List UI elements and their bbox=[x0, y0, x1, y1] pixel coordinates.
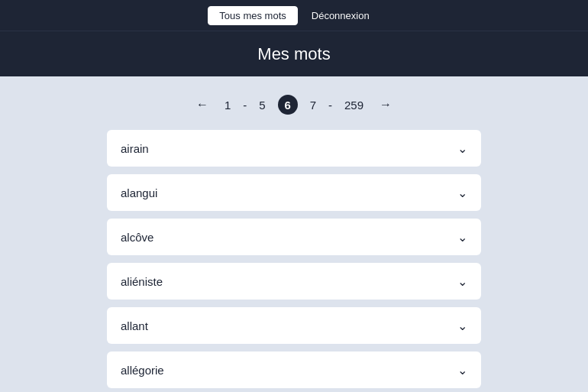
tous-mes-mots-button[interactable]: Tous mes mots bbox=[208, 6, 297, 25]
prev-page-button[interactable]: ← bbox=[192, 95, 212, 115]
page-7[interactable]: 7 bbox=[305, 97, 321, 113]
word-label: airain bbox=[121, 142, 149, 155]
word-item-alieniste[interactable]: aliéniste ⌄ bbox=[107, 263, 481, 300]
main-content: ← 1 - 5 6 7 - 259 → airain ⌄ alangui ⌄ a… bbox=[0, 76, 588, 392]
page-259[interactable]: 259 bbox=[340, 97, 368, 113]
word-label: allégorie bbox=[121, 364, 164, 377]
word-label: aliéniste bbox=[121, 275, 163, 288]
logout-button[interactable]: Déconnexion bbox=[301, 7, 380, 24]
chevron-down-icon: ⌄ bbox=[457, 319, 467, 333]
word-item-airain[interactable]: airain ⌄ bbox=[107, 130, 481, 167]
word-item-alangui[interactable]: alangui ⌄ bbox=[107, 174, 481, 211]
navbar: Tous mes mots Déconnexion bbox=[0, 0, 588, 31]
chevron-down-icon: ⌄ bbox=[457, 274, 467, 289]
word-item-allant[interactable]: allant ⌄ bbox=[107, 307, 481, 344]
word-label: alcôve bbox=[121, 231, 153, 244]
separator-2: - bbox=[328, 99, 332, 112]
chevron-down-icon: ⌄ bbox=[457, 363, 467, 377]
word-item-alcove[interactable]: alcôve ⌄ bbox=[107, 219, 481, 255]
page-6-active[interactable]: 6 bbox=[278, 95, 298, 115]
separator-1: - bbox=[243, 99, 247, 112]
word-label: alangui bbox=[121, 186, 157, 199]
page-1[interactable]: 1 bbox=[220, 97, 235, 113]
next-page-button[interactable]: → bbox=[376, 95, 396, 115]
page-5[interactable]: 5 bbox=[254, 97, 270, 113]
word-item-allegorie[interactable]: allégorie ⌄ bbox=[107, 352, 481, 388]
page-title: Mes mots bbox=[257, 44, 330, 64]
chevron-down-icon: ⌄ bbox=[457, 141, 467, 156]
word-label: allant bbox=[121, 319, 148, 332]
header-section: Mes mots bbox=[0, 31, 588, 76]
chevron-down-icon: ⌄ bbox=[457, 186, 467, 200]
word-list: airain ⌄ alangui ⌄ alcôve ⌄ aliéniste ⌄ … bbox=[107, 130, 481, 392]
chevron-down-icon: ⌄ bbox=[457, 230, 467, 245]
pagination: ← 1 - 5 6 7 - 259 → bbox=[192, 95, 396, 115]
